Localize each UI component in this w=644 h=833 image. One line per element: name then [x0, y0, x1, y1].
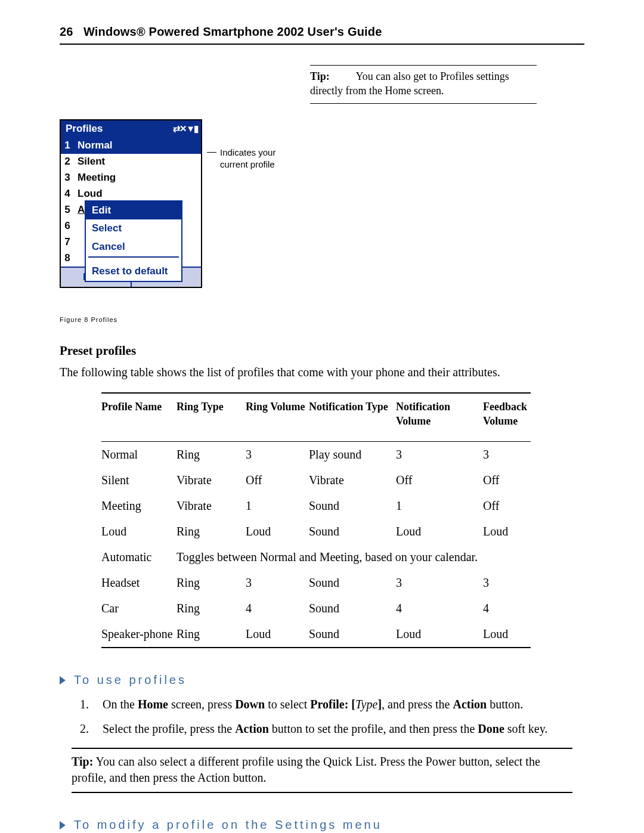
profiles-table: Profile Name Ring Type Ring Volume Notif… [101, 392, 531, 649]
table-row: HeadsetRing3Sound33 [101, 570, 531, 596]
callout: Indicates your current profile [207, 147, 275, 171]
steps-use-profiles: On the Home screen, press Down to select… [92, 696, 584, 737]
menu-item-cancel[interactable]: Cancel [86, 238, 181, 256]
table-row: LoudRingLoudSoundLoudLoud [101, 519, 531, 544]
phone-list: 1 Normal ✓ 2 Silent 3 Meeting 4 Loud 5 [61, 138, 201, 267]
tip-text: You can also get to Profiles settings di… [310, 70, 509, 97]
context-menu: Edit Select Cancel Reset to default [85, 200, 182, 283]
list-item[interactable]: 4 Loud [61, 186, 201, 202]
heading-to-use-profiles: To use profiles [60, 672, 584, 688]
menu-item-select[interactable]: Select [86, 219, 181, 238]
step: Select the profile, press the Action but… [92, 721, 584, 737]
list-item[interactable]: 1 Normal ✓ [61, 138, 201, 154]
table-row: NormalRing3Play sound33 [101, 442, 531, 468]
table-row: SilentVibrateOffVibrateOffOff [101, 467, 531, 493]
tip-label: Tip: [310, 70, 330, 82]
list-item[interactable]: 3 Meeting [61, 170, 201, 186]
tip-block: Tip: You can also select a different pro… [72, 748, 572, 793]
status-icons: ⇄✕▼▮ [173, 123, 197, 135]
table-row: Speaker-phoneRingLoudSoundLoudLoud [101, 621, 531, 648]
menu-item-edit[interactable]: Edit [86, 202, 181, 220]
running-header: 26 Windows® Powered Smartphone 2002 User… [60, 24, 584, 45]
page-number: 26 [60, 25, 73, 38]
heading-preset-profiles: Preset profiles [60, 342, 584, 359]
menu-divider [88, 256, 179, 262]
list-item[interactable]: 2 Silent [61, 154, 201, 170]
triangle-icon [60, 676, 66, 685]
tip-box-top: Tip: You can also get to Profiles settin… [310, 65, 537, 104]
phone-title: Profiles [66, 122, 103, 136]
header-title: Windows® Powered Smartphone 2002 User's … [83, 25, 382, 38]
check-icon: ✓ [187, 138, 201, 154]
table-row: CarRing4Sound44 [101, 596, 531, 621]
preset-intro: The following table shows the list of pr… [60, 364, 584, 380]
table-row: AutomaticToggles between Normal and Meet… [101, 544, 531, 570]
triangle-icon [60, 821, 66, 829]
phone-mock: Profiles ⇄✕▼▮ 1 Normal ✓ 2 Silent 3 Meet… [60, 119, 202, 289]
step: On the Home screen, press Down to select… [92, 696, 584, 713]
table-header-row: Profile Name Ring Type Ring Volume Notif… [101, 393, 531, 442]
figure-caption: Figure 8 Profiles [60, 315, 584, 324]
table-row: MeetingVibrate1Sound1Off [101, 493, 531, 519]
menu-item-reset[interactable]: Reset to default [86, 262, 181, 281]
phone-titlebar: Profiles ⇄✕▼▮ [61, 120, 201, 138]
figure-profiles: Profiles ⇄✕▼▮ 1 Normal ✓ 2 Silent 3 Meet… [60, 119, 584, 289]
heading-to-modify-profile: To modify a profile on the Settings menu [60, 817, 584, 833]
